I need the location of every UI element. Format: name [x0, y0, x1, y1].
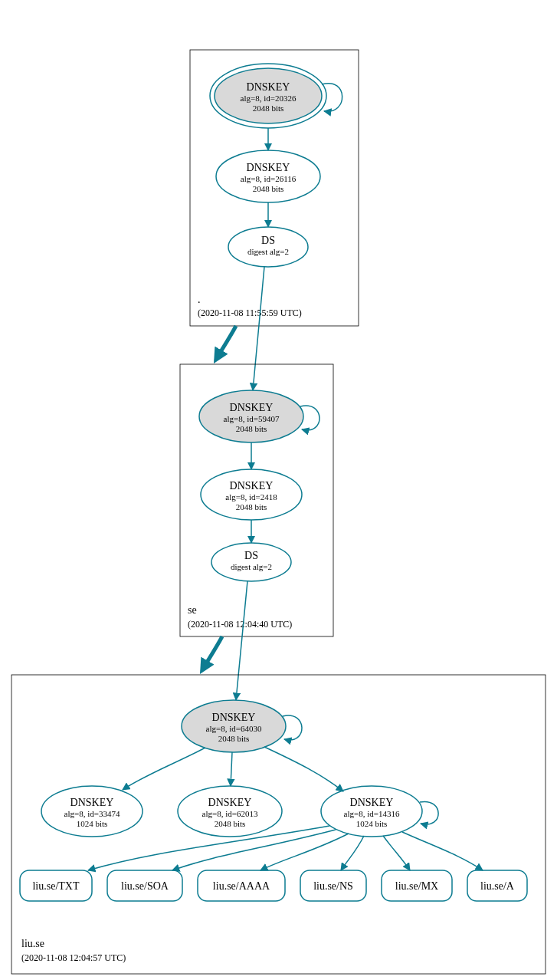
- svg-text:digest alg=2: digest alg=2: [247, 247, 289, 256]
- node-liu-k3: DNSKEY alg=8, id=14316 1024 bits: [321, 786, 422, 837]
- zone-se-timestamp: (2020-11-08 12:04:40 UTC): [188, 619, 292, 630]
- svg-text:2048 bits: 2048 bits: [218, 734, 250, 743]
- svg-text:DS: DS: [244, 550, 258, 561]
- edge-k3-aaaa: [260, 834, 349, 870]
- node-root-ksk: DNSKEY alg=8, id=20326 2048 bits: [210, 64, 326, 128]
- svg-text:alg=8, id=14316: alg=8, id=14316: [344, 809, 400, 818]
- svg-text:2048 bits: 2048 bits: [215, 819, 246, 828]
- record-ns: liu.se/NS: [300, 870, 366, 901]
- svg-text:DNSKEY: DNSKEY: [208, 797, 252, 808]
- record-txt: liu.se/TXT: [20, 870, 92, 901]
- svg-text:2048 bits: 2048 bits: [236, 424, 267, 433]
- node-se-ds: DS digest alg=2: [211, 543, 291, 581]
- svg-text:digest alg=2: digest alg=2: [231, 562, 272, 571]
- zone-liu-timestamp: (2020-11-08 12:04:57 UTC): [21, 952, 126, 963]
- svg-text:alg=8, id=26116: alg=8, id=26116: [241, 174, 297, 183]
- svg-text:alg=8, id=20326: alg=8, id=20326: [241, 94, 297, 103]
- zone-se-label: se: [188, 604, 197, 616]
- svg-text:DS: DS: [261, 235, 275, 246]
- svg-text:liu.se/NS: liu.se/NS: [313, 880, 353, 892]
- svg-text:DNSKEY: DNSKEY: [230, 402, 274, 413]
- zone-liu-label: liu.se: [21, 938, 44, 949]
- node-liu-k1: DNSKEY alg=8, id=33474 1024 bits: [41, 786, 143, 837]
- svg-text:1024 bits: 1024 bits: [77, 819, 108, 828]
- svg-text:alg=8, id=59407: alg=8, id=59407: [224, 414, 280, 423]
- edge-liu-ksk-k3: [264, 747, 343, 791]
- svg-text:1024 bits: 1024 bits: [356, 819, 388, 828]
- edge-k3-mx: [383, 836, 410, 870]
- svg-text:liu.se/AAAA: liu.se/AAAA: [213, 880, 270, 892]
- node-root-zsk: DNSKEY alg=8, id=26116 2048 bits: [216, 150, 320, 202]
- zone-root-label: .: [198, 294, 201, 305]
- record-soa: liu.se/SOA: [107, 870, 182, 901]
- svg-text:alg=8, id=62013: alg=8, id=62013: [202, 809, 258, 818]
- zone-liu: liu.se (2020-11-08 12:04:57 UTC) DNSKEY …: [11, 675, 546, 974]
- zone-root: . (2020-11-08 11:55:59 UTC) DNSKEY alg=8…: [190, 50, 359, 326]
- svg-text:DNSKEY: DNSKEY: [70, 797, 114, 808]
- svg-text:2048 bits: 2048 bits: [236, 502, 267, 511]
- node-liu-k2: DNSKEY alg=8, id=62013 2048 bits: [178, 786, 282, 837]
- svg-text:alg=8, id=64030: alg=8, id=64030: [206, 724, 262, 733]
- svg-text:DNSKEY: DNSKEY: [350, 797, 394, 808]
- svg-text:2048 bits: 2048 bits: [253, 104, 284, 113]
- svg-text:DNSKEY: DNSKEY: [230, 480, 274, 492]
- svg-text:DNSKEY: DNSKEY: [212, 712, 256, 723]
- record-aaaa: liu.se/AAAA: [198, 870, 285, 901]
- node-se-ksk: DNSKEY alg=8, id=59407 2048 bits: [199, 390, 303, 442]
- edge-liu-ksk-k1: [123, 748, 205, 790]
- record-a: liu.se/A: [467, 870, 527, 901]
- node-root-ds: DS digest alg=2: [228, 227, 308, 267]
- edge-rootds-seksk: [253, 267, 264, 390]
- edge-se-to-liu-box: [203, 636, 222, 669]
- record-mx: liu.se/MX: [382, 870, 452, 901]
- edge-liu-ksk-k2: [231, 752, 232, 786]
- svg-text:liu.se/TXT: liu.se/TXT: [32, 880, 79, 892]
- edge-seds-liuksk: [236, 581, 247, 700]
- zone-se: se (2020-11-08 12:04:40 UTC) DNSKEY alg=…: [180, 364, 333, 636]
- edge-k3-a: [402, 832, 483, 870]
- zone-root-timestamp: (2020-11-08 11:55:59 UTC): [198, 307, 302, 318]
- node-se-zsk: DNSKEY alg=8, id=2418 2048 bits: [201, 469, 302, 520]
- svg-text:DNSKEY: DNSKEY: [247, 81, 290, 93]
- svg-text:liu.se/A: liu.se/A: [480, 880, 515, 892]
- svg-text:alg=8, id=2418: alg=8, id=2418: [225, 492, 277, 502]
- svg-text:liu.se/MX: liu.se/MX: [395, 880, 438, 892]
- node-liu-ksk: DNSKEY alg=8, id=64030 2048 bits: [182, 700, 286, 752]
- svg-text:alg=8, id=33474: alg=8, id=33474: [64, 809, 120, 818]
- svg-text:2048 bits: 2048 bits: [253, 184, 284, 193]
- edge-k3-ns: [341, 836, 364, 870]
- dnssec-diagram: . (2020-11-08 11:55:59 UTC) DNSKEY alg=8…: [0, 0, 557, 980]
- svg-text:liu.se/SOA: liu.se/SOA: [121, 880, 169, 892]
- svg-text:DNSKEY: DNSKEY: [247, 162, 290, 173]
- edge-root-to-se-box: [217, 326, 236, 358]
